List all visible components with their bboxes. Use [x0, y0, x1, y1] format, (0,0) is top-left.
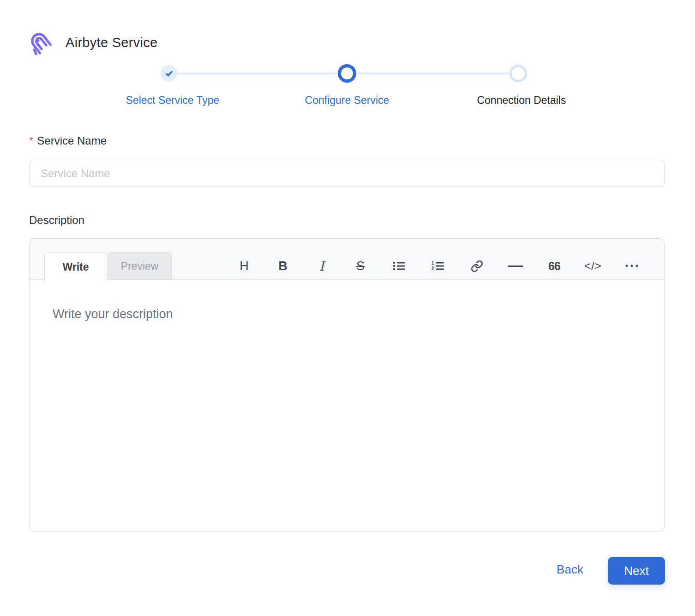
italic-icon[interactable]: I: [302, 252, 341, 280]
code-icon[interactable]: </>: [574, 252, 612, 280]
airbyte-service-page: Airbyte Service Select Service Type Conf…: [0, 0, 695, 616]
svg-text:2: 2: [431, 266, 434, 271]
service-name-label: *Service Name: [29, 134, 107, 147]
editor-toolbar: H B I S 1 2: [225, 252, 651, 280]
step-label-select-service-type[interactable]: Select Service Type: [126, 94, 220, 107]
bullet-list-icon[interactable]: [380, 252, 419, 280]
more-options-icon[interactable]: •••: [612, 252, 651, 280]
step-completed-circle[interactable]: [161, 65, 177, 82]
service-name-input[interactable]: [29, 160, 665, 187]
description-label: Description: [29, 214, 84, 227]
tab-preview[interactable]: Preview: [108, 252, 172, 280]
description-textarea[interactable]: Write your description: [30, 280, 664, 531]
bold-icon[interactable]: B: [264, 252, 302, 280]
back-button[interactable]: Back: [545, 562, 595, 577]
airbyte-octopus-logo-icon: [28, 30, 54, 56]
strikethrough-icon[interactable]: S: [341, 252, 380, 280]
step-active-circle[interactable]: [338, 64, 356, 83]
description-placeholder: Write your description: [53, 307, 173, 321]
service-name-label-text: Service Name: [37, 134, 107, 147]
quote-icon[interactable]: 66: [535, 252, 574, 280]
heading-icon[interactable]: H: [225, 252, 264, 280]
check-icon: [165, 69, 174, 78]
description-editor: Write Preview H B I S 1 2: [29, 238, 665, 532]
link-icon[interactable]: [457, 252, 496, 280]
step-upcoming-circle[interactable]: [509, 65, 527, 82]
numbered-list-icon[interactable]: 1 2: [419, 252, 457, 280]
page-title: Airbyte Service: [66, 35, 158, 50]
next-button[interactable]: Next: [608, 557, 665, 585]
required-asterisk: *: [29, 134, 33, 147]
horizontal-rule-icon[interactable]: [496, 252, 535, 280]
tab-write[interactable]: Write: [44, 252, 107, 281]
svg-text:1: 1: [431, 260, 434, 266]
step-label-configure-service[interactable]: Configure Service: [305, 94, 389, 107]
step-label-connection-details[interactable]: Connection Details: [477, 94, 566, 107]
